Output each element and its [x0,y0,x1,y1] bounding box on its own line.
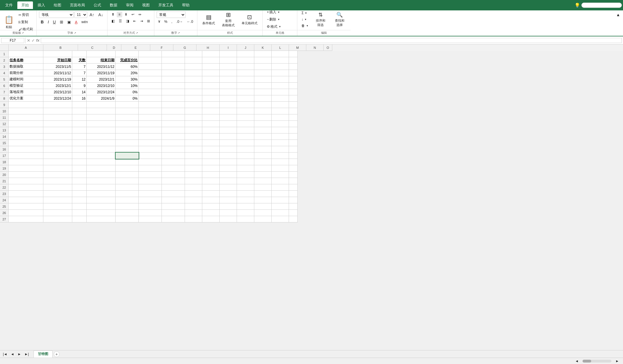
cell-F27[interactable] [116,216,139,222]
row-header-24[interactable]: 24 [0,197,9,203]
menu-home[interactable]: 开始 [17,1,33,9]
cell-F21[interactable] [116,178,139,184]
col-header-f[interactable]: F [150,44,173,51]
cell-I3[interactable] [185,64,202,70]
cell-F4[interactable]: 20% [116,70,139,76]
cell-K3[interactable] [220,64,237,70]
cell-G20[interactable] [139,172,162,178]
cell-G10[interactable] [139,108,162,114]
cell-J27[interactable] [202,216,220,222]
row-header-19[interactable]: 19 [0,165,9,172]
cell-H15[interactable] [162,140,185,146]
cell-D5[interactable]: 12 [72,76,87,83]
cell-H14[interactable] [162,133,185,140]
row-header-22[interactable]: 22 [0,184,9,191]
cell-E13[interactable] [87,127,116,133]
cell-N26[interactable] [272,210,289,216]
paste-button[interactable]: 📋 粘贴 [2,14,16,30]
cell-I18[interactable] [185,159,202,165]
cell-D17[interactable] [72,153,87,159]
cell-M8[interactable] [254,95,272,102]
cell-C8[interactable]: 2023/12/24 [43,95,72,102]
cell-C18[interactable] [43,159,72,165]
cell-H1[interactable] [162,51,185,57]
cell-J8[interactable] [202,95,220,102]
cell-G18[interactable] [139,159,162,165]
cell-B20[interactable] [9,172,43,178]
row-header-18[interactable]: 18 [0,159,9,165]
cell-D9[interactable] [72,102,87,108]
cell-M11[interactable] [254,114,272,121]
cell-K4[interactable] [220,70,237,76]
row-header-7[interactable]: 7 [0,89,9,95]
cell-L23[interactable] [237,191,254,197]
scroll-right-button[interactable]: ► [614,358,621,364]
cell-K19[interactable] [220,165,237,172]
cell-C14[interactable] [43,133,72,140]
cell-H12[interactable] [162,121,185,127]
cell-K16[interactable] [220,146,237,153]
cell-O3[interactable] [289,64,298,70]
cell-J10[interactable] [202,108,220,114]
cell-I9[interactable] [185,102,202,108]
cell-G13[interactable] [139,127,162,133]
cell-E26[interactable] [87,210,116,216]
cell-N8[interactable] [272,95,289,102]
cell-L10[interactable] [237,108,254,114]
cell-O7[interactable] [289,89,298,95]
cell-E20[interactable] [87,172,116,178]
cell-H20[interactable] [162,172,185,178]
cell-G17[interactable] [139,153,162,159]
cell-I16[interactable] [185,146,202,153]
cell-I21[interactable] [185,178,202,184]
cell-I22[interactable] [185,184,202,191]
cell-G16[interactable] [139,146,162,153]
cell-C6[interactable]: 2023/12/1 [43,83,72,89]
cell-G26[interactable] [139,210,162,216]
cell-O6[interactable] [289,83,298,89]
row-header-25[interactable]: 25 [0,203,9,210]
col-header-k[interactable]: K [254,44,272,51]
cell-C4[interactable]: 2023/11/12 [43,70,72,76]
menu-view[interactable]: 视图 [138,1,154,9]
menu-formulas[interactable]: 公式 [90,1,105,9]
table-format-button[interactable]: ⊞ 套用表格格式 [219,12,237,27]
cell-B26[interactable] [9,210,43,216]
cell-M19[interactable] [254,165,272,172]
cell-F10[interactable] [116,108,139,114]
cell-O20[interactable] [289,172,298,178]
cell-F7[interactable]: 0% [116,89,139,95]
row-header-13[interactable]: 13 [0,127,9,133]
cell-I4[interactable] [185,70,202,76]
cell-M25[interactable] [254,203,272,210]
cell-J9[interactable] [202,102,220,108]
cell-N12[interactable] [272,121,289,127]
cell-K26[interactable] [220,210,237,216]
cell-B12[interactable] [9,121,43,127]
cell-O1[interactable] [289,51,298,57]
cell-L6[interactable] [237,83,254,89]
row-header-16[interactable]: 16 [0,146,9,153]
cell-B17[interactable] [9,153,43,159]
cell-B2[interactable]: 任务名称 [9,57,43,64]
cell-H5[interactable] [162,76,185,83]
increase-decimal-button[interactable]: .0→ [175,19,184,25]
cell-L15[interactable] [237,140,254,146]
cell-M1[interactable] [254,51,272,57]
cell-N19[interactable] [272,165,289,172]
sheet-prev-button[interactable]: ◄ [9,351,16,357]
cell-O19[interactable] [289,165,298,172]
cell-C3[interactable]: 2023/11/5 [43,64,72,70]
cell-N24[interactable] [272,197,289,203]
cell-C13[interactable] [43,127,72,133]
cell-J13[interactable] [202,127,220,133]
row-header-17[interactable]: 17 [0,153,9,159]
cell-C2[interactable]: 开始日期 [43,57,72,64]
cell-N11[interactable] [272,114,289,121]
cell-G2[interactable] [139,57,162,64]
cell-D11[interactable] [72,114,87,121]
cell-H9[interactable] [162,102,185,108]
cell-N18[interactable] [272,159,289,165]
cell-N23[interactable] [272,191,289,197]
cell-O9[interactable] [289,102,298,108]
